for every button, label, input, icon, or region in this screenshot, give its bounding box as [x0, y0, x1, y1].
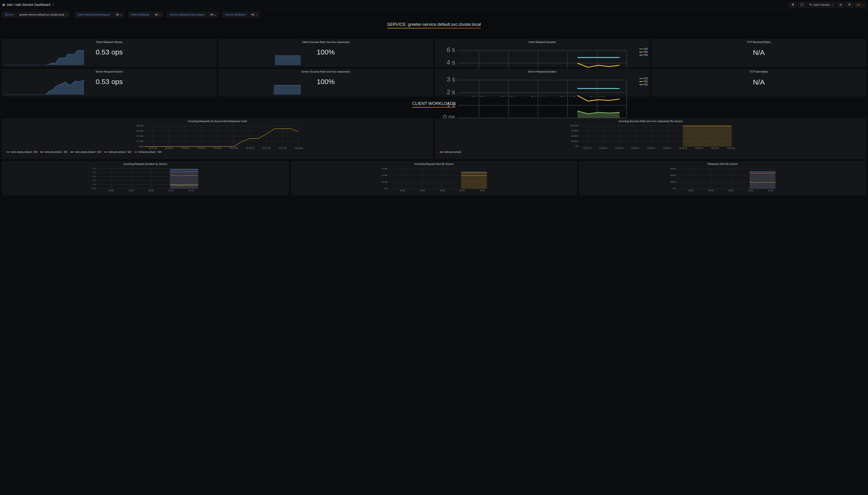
- dashboard-title[interactable]: istio / Istio Service Dashboard: [7, 3, 50, 6]
- panel-title: Incoming Requests by Source And Response…: [4, 120, 431, 123]
- svg-text:16:30: 16:30: [440, 189, 445, 192]
- monitor-button[interactable]: 🖵: [798, 2, 806, 7]
- panel-tcp-sent[interactable]: TCP Sent Bytes N/A: [652, 69, 866, 97]
- svg-text:3 s: 3 s: [93, 175, 96, 177]
- var-cwn-label: Client Workload Namespace: [75, 12, 113, 17]
- line-chart: 0 ns1 s2 s3 s4 s5 s 16:2816:2916:3016:31…: [4, 166, 287, 192]
- svg-text:16:28:00: 16:28:00: [165, 147, 173, 149]
- panel-response-size-by-source[interactable]: Response Size By Source 0 B200 B400 B600…: [579, 161, 866, 195]
- legend-swatch: [6, 152, 10, 152]
- svg-text:16:32: 16:32: [188, 189, 194, 192]
- svg-text:4 s: 4 s: [447, 59, 455, 66]
- panel-title: Response Size By Source: [581, 163, 864, 165]
- monitor-icon: 🖵: [800, 3, 803, 6]
- svg-text:16:32: 16:32: [768, 189, 773, 192]
- svg-text:50.00%: 50.00%: [571, 135, 579, 137]
- chevron-down-icon: ⌄: [120, 13, 122, 16]
- panel-title: Server Request Duration: [437, 70, 648, 73]
- var-swn-select[interactable]: All⌄: [208, 12, 218, 17]
- var-service-select[interactable]: greeter-service.default.svc.cluster.loca…: [17, 12, 69, 17]
- svg-text:16:32:00: 16:32:00: [727, 147, 735, 149]
- legend-item[interactable]: helloweb.default : 503: [104, 151, 131, 153]
- var-sw-select[interactable]: All⌄: [249, 12, 259, 17]
- clock-icon: ◔: [809, 3, 812, 6]
- refresh-icon: ⟳: [848, 3, 851, 6]
- service-row-1: Client Request Volume 0.53 ops Client Su…: [0, 39, 868, 67]
- svg-text:1 s: 1 s: [93, 183, 96, 186]
- legend-label: fortio-deploy.default : 503: [75, 151, 101, 153]
- legend-item[interactable]: fortio-deploy.default : 200: [6, 151, 37, 153]
- svg-text:16:32: 16:32: [480, 189, 485, 192]
- svg-text:2 s: 2 s: [93, 179, 96, 182]
- svg-text:6 s: 6 s: [447, 46, 455, 53]
- svg-text:4 s: 4 s: [93, 171, 96, 173]
- legend-swatch: [440, 152, 443, 152]
- sparkline: [221, 49, 301, 65]
- panel-incoming-request-size-by-source[interactable]: Incoming Request Size By Source 0 B1.0 k…: [291, 161, 578, 195]
- svg-text:16:28: 16:28: [108, 189, 114, 192]
- legend: fortio-deploy.default : 200helloweb.defa…: [4, 149, 431, 154]
- legend-swatch: [40, 152, 44, 152]
- legend-item[interactable]: helloweb.default: [440, 151, 461, 153]
- var-cw-select[interactable]: All⌄: [153, 12, 163, 17]
- svg-rect-145: [461, 172, 487, 189]
- svg-text:3.0 kB: 3.0 kB: [381, 168, 387, 170]
- panel-server-request-duration[interactable]: Server Request Duration 0 ns1 s2 s3 s 16…: [435, 69, 650, 97]
- svg-text:1 s: 1 s: [447, 101, 455, 108]
- panel-client-request-volume[interactable]: Client Request Volume 0.53 ops: [2, 39, 217, 67]
- legend-p99: P99: [644, 54, 648, 56]
- line-chart: 0 ops0.2 ops0.4 ops0.6 ops0.8 ops 16:27:…: [4, 123, 431, 149]
- panel-incoming-requests-by-source[interactable]: Incoming Requests by Source And Response…: [2, 118, 433, 159]
- svg-text:16:28:30: 16:28:30: [615, 147, 623, 149]
- legend-item[interactable]: helloweb.default : 504: [134, 151, 162, 153]
- svg-text:16:31:00: 16:31:00: [695, 147, 703, 149]
- svg-text:16:29:00: 16:29:00: [197, 147, 205, 149]
- panel-tcp-received[interactable]: TCP Received Bytes N/A: [652, 39, 866, 67]
- panel-server-success-rate[interactable]: Server Success Rate (non-5xx responses) …: [218, 69, 433, 97]
- svg-text:16:27:30: 16:27:30: [583, 147, 591, 149]
- svg-text:16:31: 16:31: [168, 189, 174, 192]
- legend-item[interactable]: helloweb.default : 200: [40, 151, 67, 153]
- panel-incoming-request-duration-by-source[interactable]: Incoming Request Duration by Source 0 ns…: [2, 161, 289, 195]
- panel-client-success-rate[interactable]: Client Success Rate (non-5xx responses) …: [218, 39, 433, 67]
- svg-text:16:29: 16:29: [129, 189, 134, 192]
- panel-title: TCP Received Bytes: [653, 40, 865, 44]
- sparkline: [4, 78, 84, 95]
- grid-icon[interactable]: ▦: [2, 3, 5, 6]
- legend-p90: P90: [644, 80, 648, 83]
- svg-text:75.00%: 75.00%: [571, 130, 579, 132]
- legend-item[interactable]: fortio-deploy.default : 503: [70, 151, 101, 153]
- refresh-button[interactable]: ⟳: [846, 2, 853, 7]
- workloads-row-2: Incoming Request Duration by Source 0 ns…: [0, 161, 868, 195]
- panel-client-request-duration[interactable]: Client Request Duration 0 ns2 s4 s6 s 16…: [435, 39, 650, 67]
- svg-text:0.4 ops: 0.4 ops: [136, 135, 144, 137]
- svg-text:0.8 ops: 0.8 ops: [136, 124, 144, 127]
- panel-title: Server Request Volume: [4, 70, 215, 73]
- panel-title: Client Request Volume: [4, 40, 215, 44]
- panel-title: TCP Sent Bytes: [653, 70, 865, 73]
- svg-text:16:30:00: 16:30:00: [230, 147, 238, 149]
- panel-incoming-success-rate-by-source[interactable]: Incoming Success Rate (non-5xx responses…: [435, 118, 866, 159]
- var-cwn-select[interactable]: All⌄: [114, 12, 124, 17]
- settings-button[interactable]: ⚙: [789, 2, 797, 7]
- line-chart: 0 B1.0 kB2.0 kB3.0 kB 16:2816:2916:3016:…: [293, 166, 576, 192]
- legend-swatch: [104, 152, 107, 152]
- svg-text:0%: 0%: [575, 145, 578, 148]
- legend-label: helloweb.default : 200: [45, 151, 67, 153]
- panel-server-request-volume[interactable]: Server Request Volume 0.53 ops: [2, 69, 217, 97]
- svg-text:2 s: 2 s: [447, 88, 455, 96]
- legend-p50: P50: [644, 48, 648, 50]
- zoom-out-button[interactable]: ⊖: [837, 2, 844, 7]
- chevron-down-icon: ⌄: [214, 13, 216, 16]
- top-bar: ▦ istio / Istio Service Dashboard ⇪ ⚙ 🖵 …: [0, 0, 868, 10]
- svg-text:0 B: 0 B: [384, 187, 387, 190]
- chevron-down-icon: ⌄: [862, 3, 864, 6]
- share-icon[interactable]: ⇪: [52, 3, 54, 6]
- legend-label: helloweb.default : 504: [139, 151, 162, 153]
- legend-p50: P50: [644, 77, 648, 80]
- area-chart: 0%25.00%50.00%75.00%100.00% 16:27:3016:2…: [437, 123, 864, 149]
- legend-swatch: [70, 152, 73, 152]
- time-range-picker[interactable]: ◔ Last 5 minutes ⌄: [807, 2, 836, 7]
- var-sw-label: Service Workload: [222, 12, 248, 17]
- refresh-interval-picker[interactable]: 10s ⌄: [855, 2, 866, 7]
